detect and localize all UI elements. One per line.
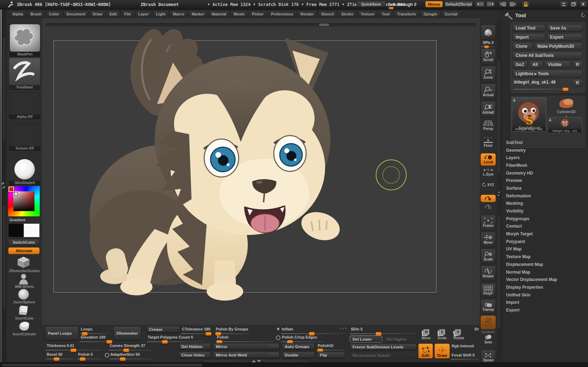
- adaptive-size-slider-label[interactable]: AdaptiveSize 50: [110, 352, 140, 356]
- bevel-slider[interactable]: [46, 359, 76, 359]
- see-through-handle[interactable]: [389, 7, 394, 9]
- slider-handle[interactable]: [562, 87, 569, 91]
- del-hidden-button[interactable]: Del Hidden: [179, 343, 211, 350]
- panel-reset-icon[interactable]: [581, 13, 586, 18]
- slider-handle[interactable]: [123, 348, 129, 352]
- gradient-label[interactable]: Gradient: [7, 218, 45, 222]
- del-higher-button[interactable]: Del Higher: [384, 335, 416, 343]
- frame-button[interactable]: Frame: [480, 215, 496, 230]
- tool-section-header[interactable]: Layers: [501, 154, 588, 162]
- polishgi-slider[interactable]: [317, 350, 344, 350]
- flip-button[interactable]: Flip: [317, 352, 345, 358]
- quicksave-button[interactable]: QuickSave: [356, 1, 386, 7]
- polish-slider[interactable]: [216, 341, 274, 342]
- switchcolor-button[interactable]: SwitchColor: [8, 239, 40, 246]
- tool-section-header[interactable]: SubTool: [501, 139, 588, 146]
- panel-divider[interactable]: ◄►: [497, 18, 501, 367]
- see-through-slider[interactable]: See-through 0: [388, 2, 416, 7]
- thickness-slider[interactable]: [46, 350, 102, 350]
- insert-sphere-label[interactable]: InsertSphere: [7, 300, 42, 304]
- zremesher-guides-label[interactable]: ZRemesherGuides: [7, 269, 42, 273]
- insert-cube-label[interactable]: InsertCube: [7, 316, 42, 320]
- polish-by-groups-slider-label[interactable]: Polish By Groups: [216, 327, 248, 331]
- imm-bparts-label[interactable]: IMM BParts: [7, 285, 42, 289]
- tool-thumbnail-cylinder[interactable]: Cylinder3D: [548, 97, 584, 113]
- auto-groups-button[interactable]: Auto Groups: [282, 343, 315, 350]
- rotate-button[interactable]: Rotate: [480, 266, 496, 281]
- tool-section-header[interactable]: UV Map: [501, 245, 588, 253]
- menu-item[interactable]: Color: [46, 11, 62, 18]
- menu-item[interactable]: Stroke: [338, 11, 356, 18]
- panel-divider-arrows[interactable]: ◄►: [497, 191, 500, 197]
- tool-section-header[interactable]: Surface: [501, 184, 588, 192]
- color-picker[interactable]: [8, 186, 40, 216]
- stroke-thumbnail[interactable]: FreeHand: [9, 58, 40, 90]
- menu-item[interactable]: Render: [297, 11, 317, 18]
- imm-bparts-icon[interactable]: [18, 273, 29, 284]
- tool-section-header[interactable]: Vector Displacement Map: [501, 276, 588, 283]
- adaptive-size-slider[interactable]: [110, 359, 151, 359]
- zremesher-button[interactable]: ZRemesher: [113, 326, 141, 340]
- minimize-button[interactable]: [560, 1, 568, 7]
- insert-cube-icon[interactable]: [18, 304, 30, 316]
- menu-item[interactable]: Draw: [90, 11, 105, 18]
- menu-item[interactable]: Picker: [249, 11, 267, 18]
- alpha-thumbnail[interactable]: Alpha Off: [9, 92, 40, 119]
- freeze-subdivision-button[interactable]: Freeze SubDivision Levels: [350, 343, 416, 350]
- elevation-slider[interactable]: [80, 341, 112, 342]
- inflate-slider-label[interactable]: Inflate: [282, 327, 293, 331]
- scroll-button[interactable]: Scroll: [480, 48, 496, 65]
- draw-size-label-clipped[interactable]: Dr: [474, 327, 479, 331]
- brush-thumbnail[interactable]: MaskPen: [9, 24, 40, 57]
- menu-item[interactable]: Layer: [135, 11, 152, 18]
- aahalf-button[interactable]: AAHalf: [480, 101, 496, 117]
- actual-button[interactable]: x1 Actual: [480, 84, 496, 100]
- menu-item[interactable]: Edit: [106, 11, 120, 18]
- slider-handle[interactable]: [162, 340, 168, 344]
- lightbox-tools-button[interactable]: Lightbox ▸ Tools: [512, 70, 583, 78]
- target-polygons-slider-label[interactable]: Target Polygons Count 6: [148, 335, 193, 339]
- menu-item[interactable]: Alpha: [9, 11, 26, 18]
- tool-section-header[interactable]: Display Properties: [501, 283, 588, 291]
- tool-thumbnail-dog-small[interactable]: 4 littlegirl_dog__sk1: [548, 117, 582, 133]
- ghost-button[interactable]: Ghost: [480, 315, 496, 329]
- lock-button[interactable]: [522, 1, 530, 7]
- menus-button[interactable]: Menus: [425, 1, 443, 7]
- polish-crisp-edges-label[interactable]: Polish Crisp Edges: [282, 335, 317, 339]
- menu-item[interactable]: Tool: [379, 11, 393, 18]
- slider-handle[interactable]: [53, 357, 60, 361]
- collapse-right-tray-button[interactable]: [486, 1, 496, 7]
- transp-button[interactable]: Transp: [480, 299, 496, 314]
- del-lower-button[interactable]: Del Lower: [350, 335, 382, 343]
- ctolerance-slider-label[interactable]: CTolerance 180: [182, 327, 211, 331]
- elevation-slider-label[interactable]: Elevation 100: [81, 335, 105, 339]
- menu-item[interactable]: Brush: [27, 11, 45, 18]
- rgb-intensity-label[interactable]: Rgb Intensit: [452, 344, 474, 348]
- zoom-button[interactable]: Zoom: [480, 66, 496, 82]
- draw-button[interactable]: Draw: [434, 343, 450, 359]
- reconstruct-subdiv-button[interactable]: Reconstruct Subdiv: [350, 352, 416, 359]
- tool-section-header[interactable]: Texture Map: [501, 253, 588, 261]
- focal-shift-slider[interactable]: [451, 359, 478, 360]
- thickness-slider-label[interactable]: Thickness 0.01: [47, 343, 74, 348]
- collapse-left-tray-button[interactable]: [475, 1, 485, 7]
- tray-grip-bottom[interactable]: [3, 206, 5, 308]
- tool-section-header[interactable]: Contact: [501, 223, 588, 230]
- color-handle[interactable]: [14, 192, 18, 196]
- insert-cylinder-label[interactable]: InsertCylinder: [7, 332, 42, 336]
- menu-item[interactable]: Macro: [170, 11, 187, 18]
- slider-handle[interactable]: [70, 348, 77, 352]
- sdiv-slider[interactable]: [350, 333, 416, 334]
- adaptive-size-radio[interactable]: [105, 353, 109, 358]
- persp-toggle[interactable]: Persp: [480, 120, 496, 131]
- tool-section-header[interactable]: Visibility: [501, 207, 588, 215]
- bottom-scroll-handle[interactable]: [2, 364, 202, 366]
- menu-item[interactable]: File: [121, 11, 134, 18]
- rotate-gyro-button[interactable]: R Rotate: [453, 329, 464, 340]
- loops-slider[interactable]: [80, 333, 109, 334]
- curves-strength-slider[interactable]: [109, 350, 151, 350]
- polish-crisp-radio[interactable]: [276, 335, 280, 340]
- tool-section-header[interactable]: Import: [501, 299, 588, 306]
- axis-xyz-label[interactable]: x y z: [339, 327, 347, 330]
- slider-handle[interactable]: [205, 332, 212, 336]
